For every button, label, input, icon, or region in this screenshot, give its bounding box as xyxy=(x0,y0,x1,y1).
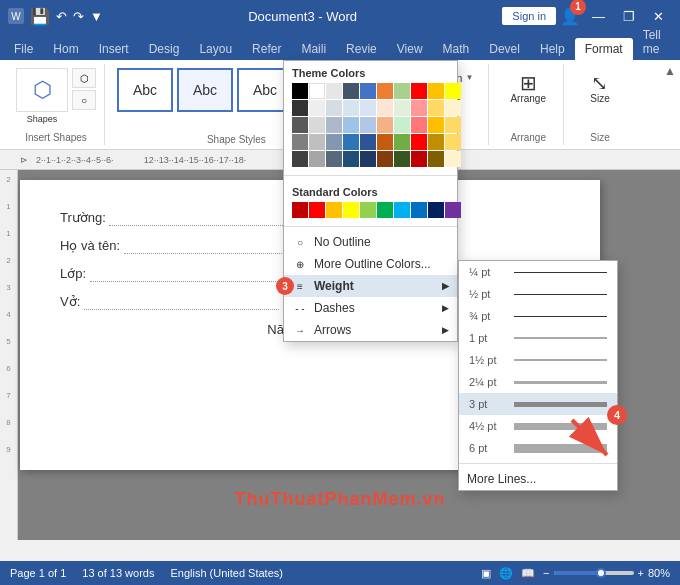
color-lightblue2[interactable] xyxy=(343,100,359,116)
field-truong[interactable] xyxy=(109,210,289,226)
shapes-button[interactable]: ⬡ xyxy=(16,68,68,112)
color-darkred[interactable] xyxy=(411,151,427,167)
color-palegreen[interactable] xyxy=(394,100,410,116)
tab-layout[interactable]: Layou xyxy=(189,38,242,60)
color-orange[interactable] xyxy=(377,83,393,99)
color-lightgray2[interactable] xyxy=(309,117,325,133)
view-read-icon[interactable]: 📖 xyxy=(521,567,535,580)
std-blue[interactable] xyxy=(411,202,427,218)
std-green[interactable] xyxy=(377,202,393,218)
color-gray[interactable] xyxy=(292,134,308,150)
color-blue[interactable] xyxy=(360,83,376,99)
color-navyblue[interactable] xyxy=(343,151,359,167)
weight-quarter[interactable]: ¼ pt xyxy=(459,261,617,283)
color-medblue[interactable] xyxy=(343,134,359,150)
weight-2-25[interactable]: 2¼ pt xyxy=(459,371,617,393)
zoom-slider[interactable] xyxy=(554,571,634,575)
tab-mailings[interactable]: Maili xyxy=(291,38,336,60)
color-amber[interactable] xyxy=(428,117,444,133)
tab-home[interactable]: Hom xyxy=(43,38,88,60)
color-black[interactable] xyxy=(292,83,308,99)
tab-tell-me[interactable]: Tell me xyxy=(633,24,671,60)
std-darkblue[interactable] xyxy=(428,202,444,218)
dashes-item[interactable]: - - Dashes ▶ xyxy=(284,297,457,319)
color-periwinkle[interactable] xyxy=(360,117,376,133)
shapes-gallery-btn2[interactable]: ○ xyxy=(72,90,96,110)
tab-insert[interactable]: Insert xyxy=(89,38,139,60)
redo-icon[interactable]: ↷ xyxy=(73,9,84,24)
color-lightyellow1[interactable] xyxy=(428,100,444,116)
weight-item-menu[interactable]: ≡ Weight ▶ 3 xyxy=(284,275,457,297)
tab-references[interactable]: Refer xyxy=(242,38,291,60)
std-darkred[interactable] xyxy=(292,202,308,218)
weight-three-quarter[interactable]: ¾ pt xyxy=(459,305,617,327)
maximize-button[interactable]: ❐ xyxy=(615,7,643,26)
color-lightgray[interactable] xyxy=(326,83,342,99)
color-skyblue[interactable] xyxy=(343,117,359,133)
color-darkgreen[interactable] xyxy=(394,151,410,167)
more-outline-colors-item[interactable]: ⊕ More Outline Colors... xyxy=(284,253,457,275)
color-lightblue1[interactable] xyxy=(326,100,342,116)
std-red[interactable] xyxy=(309,202,325,218)
zoom-in-btn[interactable]: + xyxy=(638,567,644,579)
tab-share[interactable]: 👤 Share xyxy=(671,24,680,60)
no-outline-item[interactable]: ○ No Outline xyxy=(284,231,457,253)
size-button[interactable]: ⤡ Size xyxy=(576,68,624,109)
close-button[interactable]: ✕ xyxy=(645,7,672,26)
std-cyan[interactable] xyxy=(394,202,410,218)
color-lightred[interactable] xyxy=(411,100,427,116)
color-verylightyellow1[interactable] xyxy=(445,100,461,116)
color-salmonred[interactable] xyxy=(411,117,427,133)
std-yellow[interactable] xyxy=(343,202,359,218)
color-slateblue[interactable] xyxy=(326,134,342,150)
field-lop[interactable] xyxy=(90,266,280,282)
color-gold[interactable] xyxy=(428,83,444,99)
field-hoten[interactable] xyxy=(124,238,284,254)
shapes-gallery-btn1[interactable]: ⬡ xyxy=(72,68,96,88)
color-lightblue3[interactable] xyxy=(360,100,376,116)
view-web-icon[interactable]: 🌐 xyxy=(499,567,513,580)
save-icon[interactable]: 💾 xyxy=(30,7,50,26)
ribbon-collapse-btn[interactable]: ▲ xyxy=(664,64,676,78)
color-red[interactable] xyxy=(411,83,427,99)
std-purple[interactable] xyxy=(445,202,461,218)
tab-file[interactable]: File xyxy=(4,38,43,60)
color-pale-y[interactable] xyxy=(445,134,461,150)
color-verylightgray[interactable] xyxy=(309,100,325,116)
color-charcoal[interactable] xyxy=(292,151,308,167)
color-brightred[interactable] xyxy=(411,134,427,150)
color-mintgreen[interactable] xyxy=(394,117,410,133)
text-direction-caret[interactable]: ▼ xyxy=(465,73,473,82)
tab-format[interactable]: Format xyxy=(575,38,633,60)
shape-style-2[interactable]: Abc xyxy=(177,68,233,112)
color-lightorange[interactable] xyxy=(377,100,393,116)
color-burntora[interactable] xyxy=(377,134,393,150)
field-vo[interactable] xyxy=(84,294,279,310)
color-midgray[interactable] xyxy=(292,117,308,133)
color-darkblue[interactable] xyxy=(343,83,359,99)
arrows-item[interactable]: → Arrows ▶ xyxy=(284,319,457,341)
color-yellow[interactable] xyxy=(445,83,461,99)
color-silver[interactable] xyxy=(309,134,325,150)
minimize-button[interactable]: — xyxy=(584,7,613,26)
undo-icon[interactable]: ↶ xyxy=(56,9,67,24)
color-peach[interactable] xyxy=(377,117,393,133)
color-white[interactable] xyxy=(309,83,325,99)
color-medgray[interactable] xyxy=(309,151,325,167)
zoom-thumb[interactable] xyxy=(596,568,606,578)
tab-help[interactable]: Help xyxy=(530,38,575,60)
tab-design[interactable]: Desig xyxy=(139,38,190,60)
color-darkgray1[interactable] xyxy=(292,100,308,116)
tab-view[interactable]: View xyxy=(387,38,433,60)
view-normal-icon[interactable]: ▣ xyxy=(481,567,491,580)
color-steelblue[interactable] xyxy=(326,151,342,167)
color-brown[interactable] xyxy=(377,151,393,167)
color-darknavy[interactable] xyxy=(360,151,376,167)
arrange-button[interactable]: ⊞ Arrange xyxy=(501,68,555,109)
sign-in-button[interactable]: Sign in xyxy=(502,7,556,25)
color-darkyellow[interactable] xyxy=(428,134,444,150)
color-olive[interactable] xyxy=(428,151,444,167)
std-orange[interactable] xyxy=(326,202,342,218)
std-lightgreen[interactable] xyxy=(360,202,376,218)
customize-icon[interactable]: ▼ xyxy=(90,9,103,24)
